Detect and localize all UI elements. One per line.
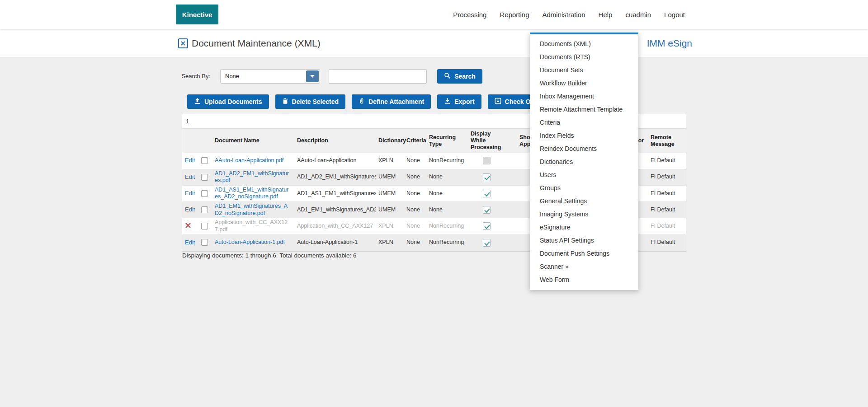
criteria-cell: None [404, 202, 426, 218]
row-select-checkbox[interactable] [201, 239, 208, 246]
document-name-link[interactable]: AD1_EM1_withSignatures_AD2_noSignature.p… [215, 203, 288, 216]
column-header-remote-message: Remote Message [648, 129, 687, 153]
menu-item-imaging-systems[interactable]: Imaging Systems [530, 208, 638, 221]
delete-x-icon[interactable] [185, 224, 191, 230]
remote-message-cell: FI Default [648, 153, 687, 169]
upload-documents-button[interactable]: Upload Documents [187, 94, 269, 109]
row-select-checkbox[interactable] [201, 157, 208, 164]
trash-icon [282, 98, 288, 106]
nav-item-administration[interactable]: Administration [542, 11, 585, 19]
product-name: IMM eSign [647, 29, 692, 57]
define-attachment-button[interactable]: Define Attachment [352, 94, 431, 109]
top-navigation: ProcessingReportingAdministrationHelpcua… [453, 0, 685, 29]
button-label: Define Attachment [368, 98, 424, 105]
recurring-type-cell: None [426, 185, 468, 201]
nav-item-cuadmin[interactable]: cuadmin [625, 11, 651, 19]
column-header-edit [182, 129, 198, 153]
menu-item-users[interactable]: Users [530, 168, 638, 182]
menu-item-inbox-management[interactable]: Inbox Management [530, 90, 638, 103]
menu-item-groups[interactable]: Groups [530, 182, 638, 195]
display-while-processing-checkbox[interactable] [483, 173, 491, 181]
nav-item-logout[interactable]: Logout [664, 11, 685, 19]
criteria-cell: None [404, 153, 426, 169]
menu-item-status-api-settings[interactable]: Status API Settings [530, 234, 638, 247]
column-header-display-while-processing: Display While Processing [468, 129, 505, 153]
menu-item-reindex-documents[interactable]: Reindex Documents [530, 142, 638, 155]
export-icon [444, 98, 451, 106]
description-cell: AD1_EM1_withSignatures_AD2_noSignature [294, 202, 376, 218]
menu-item-scanner[interactable]: Scanner » [530, 260, 638, 273]
edit-link[interactable]: Edit [185, 206, 195, 213]
topbar: Kinective ProcessingReportingAdministrat… [0, 0, 868, 29]
description-cell: AD1_AD2_EM1_withSignatures [294, 169, 376, 185]
edit-link[interactable]: Edit [185, 239, 195, 246]
upload-icon [194, 98, 201, 106]
menu-item-index-fields[interactable]: Index Fields [530, 129, 638, 142]
display-while-processing-checkbox[interactable] [483, 239, 491, 247]
recurring-type-cell: NonRecurring [426, 234, 468, 251]
display-while-processing-checkbox[interactable] [483, 190, 491, 197]
column-header-dictionary: Dictionary [376, 129, 404, 153]
column-header-description: Description [294, 129, 376, 153]
display-while-processing-checkbox[interactable] [483, 222, 491, 230]
search-button[interactable]: Search [437, 69, 482, 84]
criteria-cell: None [404, 218, 426, 234]
search-icon [444, 72, 451, 80]
criteria-cell: None [404, 185, 426, 201]
document-name-link[interactable]: Application_with_CC_AXX127.pdf [215, 219, 288, 233]
remote-message-cell: FI Default [648, 169, 687, 185]
paperclip-icon [359, 98, 365, 106]
document-name-link[interactable]: AD1_AS1_EM1_withSignatures_AD2_noSignatu… [215, 187, 288, 200]
button-label: Export [454, 98, 474, 105]
description-cell: Application_with_CC_AXX127 [294, 218, 376, 234]
menu-item-general-settings[interactable]: General Settings [530, 195, 638, 208]
description-cell: Auto-Loan-Application-1 [294, 234, 376, 251]
documents-summary: Displaying documents: 1 through 6. Total… [182, 252, 356, 259]
recurring-type-cell: None [426, 202, 468, 218]
row-select-checkbox[interactable] [201, 223, 208, 229]
edit-link[interactable]: Edit [185, 173, 195, 180]
menu-item-dictionaries[interactable]: Dictionaries [530, 155, 638, 168]
dictionary-cell: XPLN [376, 218, 404, 234]
column-header-document-name: Document Name [212, 129, 294, 153]
menu-item-remote-attachment-template[interactable]: Remote Attachment Template [530, 103, 638, 116]
document-name-link[interactable]: AAuto-Loan-Application.pdf [215, 157, 283, 164]
description-cell: AAuto-Loan-Application [294, 153, 376, 169]
menu-item-document-sets[interactable]: Document Sets [530, 64, 638, 77]
document-name-link[interactable]: Auto-Loan-Application-1.pdf [215, 239, 285, 245]
page-number[interactable]: 1 [186, 118, 189, 125]
menu-item-criteria[interactable]: Criteria [530, 116, 638, 129]
page-title: Document Maintenance (XML) [192, 29, 321, 57]
display-while-processing-checkbox[interactable] [483, 206, 491, 214]
nav-item-help[interactable]: Help [599, 11, 613, 19]
remote-message-cell: FI Default [648, 185, 687, 201]
column-header-select [198, 129, 212, 153]
menu-item-documents-xml[interactable]: Documents (XML) [530, 37, 638, 51]
chevron-down-icon [306, 70, 319, 82]
menu-item-document-push-settings[interactable]: Document Push Settings [530, 247, 638, 260]
menu-item-documents-rts[interactable]: Documents (RTS) [530, 51, 638, 64]
document-name-link[interactable]: AD1_AD2_EM1_withSignatures.pdf [215, 170, 289, 184]
dictionary-cell: XPLN [376, 153, 404, 169]
menu-item-workflow-builder[interactable]: Workflow Builder [530, 77, 638, 90]
row-select-checkbox[interactable] [201, 206, 208, 213]
nav-item-reporting[interactable]: Reporting [500, 11, 529, 19]
button-label: Delete Selected [292, 98, 339, 105]
row-select-checkbox[interactable] [201, 190, 208, 197]
remote-message-cell: FI Default [648, 202, 687, 218]
criteria-cell: None [404, 234, 426, 251]
export-button[interactable]: Export [437, 94, 481, 109]
recurring-type-cell: None [426, 169, 468, 185]
edit-link[interactable]: Edit [185, 190, 195, 196]
menu-item-web-form[interactable]: Web Form [530, 273, 638, 286]
edit-link[interactable]: Edit [185, 157, 195, 164]
row-select-checkbox[interactable] [201, 174, 208, 181]
checkout-icon [495, 98, 501, 106]
nav-item-processing[interactable]: Processing [453, 11, 486, 19]
description-cell: AD1_AS1_EM1_withSignatures_AD2_noSignatu… [294, 185, 376, 201]
search-input[interactable] [329, 69, 427, 84]
delete-selected-button[interactable]: Delete Selected [275, 94, 346, 109]
display-while-processing-checkbox[interactable] [483, 157, 491, 164]
search-by-dropdown[interactable]: None [220, 69, 320, 84]
menu-item-esignature[interactable]: eSignature [530, 221, 638, 234]
